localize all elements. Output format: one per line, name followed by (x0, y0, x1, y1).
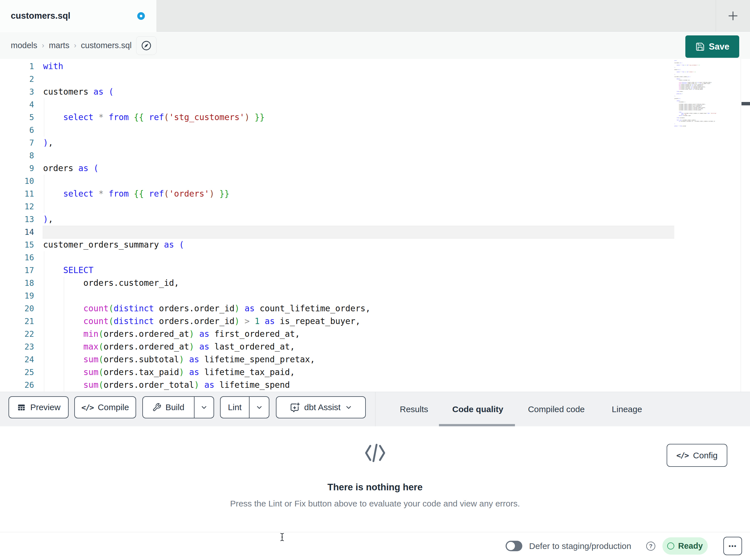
build-dropdown[interactable] (195, 397, 214, 418)
help-icon[interactable]: ? (646, 542, 655, 551)
breadcrumb-separator: › (74, 41, 77, 50)
status-badge: Ready (663, 537, 708, 555)
line-number[interactable]: 2 (0, 73, 34, 86)
save-button[interactable]: Save (685, 36, 739, 58)
editor-toolbar: Preview </> Compile Build Lint (0, 392, 750, 426)
line-number[interactable]: 19 (0, 290, 34, 302)
line-number-gutter[interactable]: 1234567891011121314151617181920212223242… (0, 60, 34, 392)
line-number[interactable]: 15 (0, 238, 34, 251)
code-line[interactable] (43, 251, 371, 264)
breadcrumb-item-file[interactable]: customers.sql (81, 41, 132, 50)
tab-results[interactable]: Results (400, 392, 428, 426)
dbt-assist-button[interactable]: dbt Assist (276, 396, 366, 418)
line-number[interactable]: 22 (0, 328, 34, 340)
line-number[interactable]: 10 (0, 175, 34, 188)
code-line[interactable]: count(distinct orders.order_id) > 1 as i… (43, 315, 371, 328)
code-line[interactable]: sum(orders.order_total) as lifetime_spen… (43, 379, 371, 392)
code-line[interactable]: sum(orders.subtotal) as lifetime_spend_p… (43, 353, 371, 366)
tab-lineage[interactable]: Lineage (612, 392, 642, 426)
line-number[interactable]: 3 (0, 86, 34, 98)
code-line[interactable] (43, 226, 371, 238)
lint-button[interactable]: Lint (220, 396, 269, 418)
line-number[interactable]: 4 (0, 98, 34, 111)
tab-compiled-code[interactable]: Compiled code (528, 392, 585, 426)
compile-button[interactable]: </> Compile (74, 396, 136, 418)
code-line[interactable]: select * from {{ ref('stg_customers') }} (43, 111, 371, 124)
code-line[interactable] (43, 149, 371, 162)
code-editor[interactable]: 1234567891011121314151617181920212223242… (0, 59, 750, 392)
code-line[interactable]: select * from {{ ref('orders') }} (43, 188, 371, 200)
preview-button[interactable]: Preview (8, 396, 68, 418)
line-number[interactable]: 9 (0, 162, 34, 175)
code-brackets-icon: </> (81, 403, 94, 412)
save-icon (695, 42, 705, 51)
line-number[interactable]: 13 (0, 213, 34, 226)
breadcrumb-item-models[interactable]: models (11, 41, 37, 50)
code-line[interactable] (43, 124, 371, 137)
scrollbar-track (741, 59, 741, 392)
tab-customers-sql[interactable]: customers.sql (0, 0, 157, 32)
empty-state-subtitle: Press the Lint or Fix button above to ev… (0, 499, 750, 509)
line-number[interactable]: 18 (0, 277, 34, 290)
line-number[interactable]: 12 (0, 200, 34, 213)
code-line[interactable]: ), (43, 137, 371, 149)
code-line[interactable] (43, 73, 371, 86)
line-number[interactable]: 1 (0, 60, 34, 73)
more-options-button[interactable]: ••• (723, 537, 742, 555)
line-number[interactable]: 8 (0, 149, 34, 162)
build-button[interactable]: Build (142, 396, 214, 418)
build-label: Build (165, 402, 184, 412)
line-number[interactable]: 20 (0, 302, 34, 315)
scrollbar-thumb[interactable] (742, 102, 750, 105)
code-line[interactable]: customers as ( (43, 86, 371, 98)
lint-main-segment[interactable]: Lint (221, 397, 249, 418)
code-line[interactable] (43, 98, 371, 111)
code-line[interactable] (43, 200, 371, 213)
code-line[interactable] (43, 175, 371, 188)
line-number[interactable]: 23 (0, 340, 34, 353)
line-number[interactable]: 16 (0, 251, 34, 264)
code-line[interactable]: customer_orders_summary as ( (43, 238, 371, 251)
code-line[interactable]: orders as ( (43, 162, 371, 175)
line-number[interactable]: 26 (0, 379, 34, 392)
line-number[interactable]: 17 (0, 264, 34, 277)
line-number[interactable]: 25 (0, 366, 34, 379)
line-number[interactable]: 21 (0, 315, 34, 328)
file-header-row: models › marts › customers.sql Save (0, 32, 750, 59)
empty-state-title: There is nothing here (0, 482, 750, 493)
line-number[interactable]: 7 (0, 137, 34, 149)
code-line[interactable]: sum(orders.tax_paid) as lifetime_tax_pai… (43, 366, 371, 379)
breadcrumb: models › marts › customers.sql (11, 32, 132, 59)
explore-file-button[interactable] (136, 36, 157, 55)
status-bar: Defer to staging/production ? Ready ••• (0, 532, 750, 560)
toggle-knob (507, 542, 515, 550)
code-line[interactable]: orders.customer_id, (43, 277, 371, 290)
code-line[interactable]: ), (43, 213, 371, 226)
unsaved-changes-icon (137, 12, 145, 20)
line-number[interactable]: 24 (0, 353, 34, 366)
line-number[interactable]: 6 (0, 124, 34, 137)
build-main-segment[interactable]: Build (143, 397, 194, 418)
lint-dropdown[interactable] (250, 397, 269, 418)
code-line[interactable] (43, 290, 371, 302)
wrench-icon (152, 403, 161, 412)
empty-state: There is nothing here Press the Lint or … (0, 426, 750, 532)
line-number[interactable]: 5 (0, 111, 34, 124)
code-line[interactable]: with (43, 60, 371, 73)
code-line[interactable]: count(distinct orders.order_id) as count… (43, 302, 371, 315)
code-line[interactable]: min(orders.ordered_at) as first_ordered_… (43, 328, 371, 340)
line-number[interactable]: 14 (0, 226, 34, 238)
code-line[interactable]: SELECT (43, 264, 371, 277)
code-content[interactable]: with customers as ( select * from {{ ref… (43, 60, 371, 392)
preview-label: Preview (30, 402, 61, 412)
ready-circle-icon (667, 542, 674, 549)
minimap[interactable]: with customers as ( select * from {{ ref… (674, 60, 721, 131)
new-tab-button[interactable] (726, 9, 740, 23)
line-number[interactable]: 11 (0, 188, 34, 200)
code-line[interactable]: max(orders.ordered_at) as last_ordered_a… (43, 340, 371, 353)
plus-icon (727, 9, 739, 22)
defer-toggle[interactable] (506, 541, 522, 551)
editor-tab-bar: customers.sql (0, 0, 750, 32)
breadcrumb-item-marts[interactable]: marts (49, 41, 70, 50)
tab-code-quality[interactable]: Code quality (452, 392, 503, 426)
